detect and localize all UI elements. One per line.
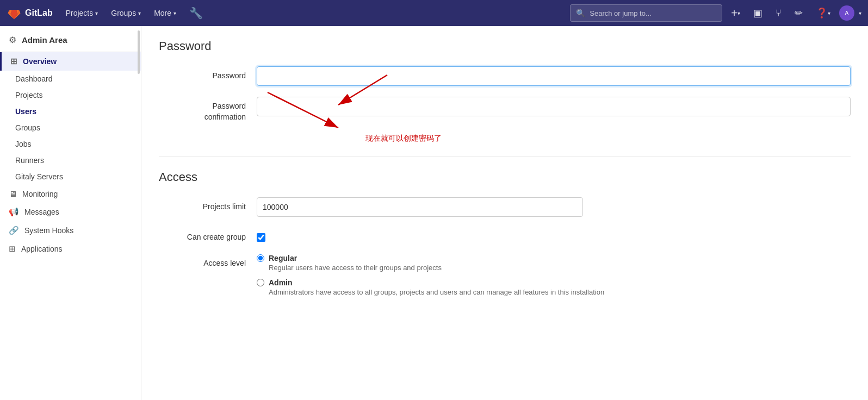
system-hooks-icon: 🔗 [9, 226, 19, 235]
can-create-group-field-group: Can create group [159, 228, 851, 243]
access-level-label: Access level [159, 254, 257, 269]
regular-radio-option: Regular Regular users have access to the… [257, 254, 851, 272]
can-create-group-label: Can create group [159, 228, 257, 243]
messages-icon: 📢 [9, 207, 19, 217]
user-avatar[interactable]: A [839, 5, 854, 21]
help-icon[interactable]: ❓▾ [811, 5, 835, 21]
wrench-icon[interactable]: 🔧 [185, 4, 207, 22]
gitlab-fox-icon [7, 5, 22, 21]
sidebar: ⚙ Admin Area ⊞ Overview Dashboard Projec… [0, 26, 141, 400]
sidebar-item-monitoring-label: Monitoring [22, 190, 58, 198]
admin-radio-label[interactable]: Admin [257, 278, 851, 287]
new-item-button[interactable]: + ▾ [727, 5, 745, 22]
groups-nav-link[interactable]: Groups ▾ [107, 7, 145, 20]
sidebar-item-groups[interactable]: Groups [0, 120, 141, 136]
sidebar-item-users[interactable]: Users [0, 103, 141, 120]
admin-description: Administrators have access to all groups… [269, 288, 851, 296]
sidebar-item-gitaly-servers[interactable]: Gitaly Servers [0, 168, 141, 185]
password-label: Password [159, 66, 257, 82]
projects-limit-field-group: Projects limit [159, 197, 851, 217]
projects-limit-input[interactable] [257, 197, 583, 217]
sidebar-item-applications[interactable]: ⊞ Applications [0, 240, 141, 258]
admin-label-text: Admin [269, 278, 293, 287]
sidebar-item-applications-label: Applications [21, 245, 63, 253]
annotation-text: 现在就可以创建密码了 [365, 134, 442, 142]
merge-requests-icon[interactable]: ⑂ [771, 5, 786, 21]
gitlab-logo-text: GitLab [25, 8, 53, 18]
regular-description: Regular users have access to their group… [269, 264, 851, 272]
overview-icon: ⊞ [10, 57, 17, 66]
gitlab-logo[interactable]: GitLab [7, 5, 53, 21]
access-level-field-group: Access level Regular Regular users have … [159, 254, 851, 303]
main-content: Password Password Password confirmation [141, 26, 868, 400]
projects-limit-label: Projects limit [159, 197, 257, 212]
projects-nav-link[interactable]: Projects ▾ [61, 7, 103, 20]
regular-radio-input[interactable] [257, 254, 264, 262]
password-confirmation-label: Password confirmation [159, 97, 257, 122]
applications-icon: ⊞ [9, 244, 16, 254]
admin-radio-option: Admin Administrators have access to all … [257, 278, 851, 296]
monitoring-icon: 🖥 [9, 189, 17, 198]
section-divider [159, 157, 851, 157]
sidebar-toggle-icon[interactable]: ▣ [749, 5, 767, 21]
admin-area-icon: ⚙ [9, 35, 16, 45]
password-confirmation-input[interactable] [257, 97, 851, 116]
search-icon: 🔍 [576, 9, 585, 17]
sidebar-item-system-hooks-label: System Hooks [24, 226, 73, 235]
groups-chevron-icon: ▾ [138, 10, 141, 16]
sidebar-item-messages-label: Messages [24, 208, 59, 216]
admin-radio-input[interactable] [257, 279, 264, 286]
password-input[interactable] [257, 66, 851, 86]
issues-icon[interactable]: ✏ [790, 5, 807, 21]
access-section-title: Access [159, 170, 851, 184]
password-field-group: Password [159, 66, 851, 86]
more-nav-link[interactable]: More ▾ [150, 7, 181, 20]
password-section-title: Password [159, 39, 851, 53]
top-navigation: GitLab Projects ▾ Groups ▾ More ▾ 🔧 🔍 Se… [0, 0, 868, 26]
sidebar-header: ⚙ Admin Area [0, 26, 141, 52]
sidebar-item-overview[interactable]: ⊞ Overview [0, 52, 141, 71]
sidebar-item-messages[interactable]: 📢 Messages [0, 203, 141, 221]
sidebar-item-projects[interactable]: Projects [0, 87, 141, 103]
sidebar-item-overview-label: Overview [23, 57, 57, 66]
password-confirmation-field-group: Password confirmation [159, 97, 851, 122]
projects-chevron-icon: ▾ [95, 10, 98, 16]
sidebar-item-monitoring[interactable]: 🖥 Monitoring [0, 185, 141, 203]
sidebar-item-dashboard[interactable]: Dashboard [0, 71, 141, 87]
new-chevron-icon: ▾ [737, 10, 740, 16]
can-create-group-checkbox[interactable] [257, 233, 265, 242]
search-bar[interactable]: 🔍 Search or jump to... [570, 4, 722, 22]
regular-label-text: Regular [269, 254, 297, 262]
sidebar-item-system-hooks[interactable]: 🔗 System Hooks [0, 221, 141, 240]
avatar-chevron-icon[interactable]: ▾ [859, 10, 861, 16]
sidebar-item-runners[interactable]: Runners [0, 152, 141, 168]
more-chevron-icon: ▾ [173, 10, 176, 16]
sidebar-header-title: Admin Area [22, 35, 67, 45]
sidebar-item-jobs[interactable]: Jobs [0, 136, 141, 152]
access-level-radio-group: Regular Regular users have access to the… [257, 254, 851, 303]
regular-radio-label[interactable]: Regular [257, 254, 851, 262]
